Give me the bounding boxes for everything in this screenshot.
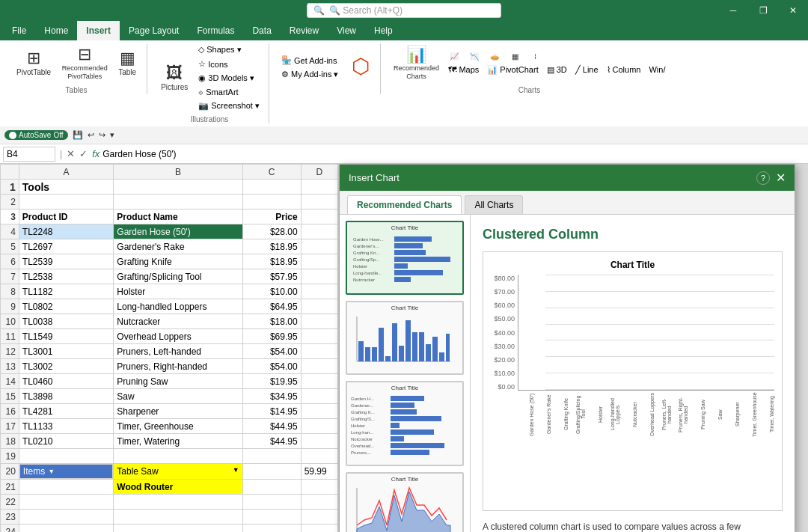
- icons-button[interactable]: ☆ Icons: [195, 58, 263, 70]
- search-bar[interactable]: 🔍 🔍 Search (Alt+Q): [307, 3, 501, 18]
- cell-a12[interactable]: TL3001: [19, 344, 113, 359]
- confirm-formula-icon[interactable]: ✓: [79, 148, 88, 159]
- pivot-table-button[interactable]: ⊞ PivotTable: [12, 49, 55, 78]
- minimize-button[interactable]: ─: [718, 0, 748, 21]
- cell-a7[interactable]: TL2538: [19, 269, 113, 284]
- cell-c10[interactable]: $18.00: [242, 314, 301, 329]
- cell-c15[interactable]: $34.95: [242, 389, 301, 404]
- cell-d5[interactable]: [301, 239, 337, 254]
- cell-c14[interactable]: $19.95: [242, 374, 301, 389]
- screenshot-button[interactable]: 📷 Screenshot ▾: [195, 100, 263, 112]
- cell-a17[interactable]: TL1133: [19, 419, 113, 434]
- chart-thumb-clustered-column[interactable]: Chart Title: [346, 221, 464, 295]
- cell-d6[interactable]: [301, 254, 337, 269]
- cell-d10[interactable]: [301, 314, 337, 329]
- pie-chart-button[interactable]: 🥧: [486, 51, 504, 62]
- cell-c6[interactable]: $18.95: [242, 254, 301, 269]
- cell-d4[interactable]: [301, 224, 337, 239]
- cell-b3[interactable]: Product Name: [114, 210, 242, 224]
- col-header-d[interactable]: D: [301, 165, 337, 180]
- redo-icon[interactable]: ↪: [99, 130, 105, 140]
- cell-c9[interactable]: $64.95: [242, 299, 301, 314]
- tab-recommended-charts[interactable]: Recommended Charts: [347, 195, 462, 214]
- cell-d9[interactable]: [301, 299, 337, 314]
- cell-a3[interactable]: Product ID: [19, 210, 113, 224]
- cell-c8[interactable]: $10.00: [242, 284, 301, 299]
- auto-save-toggle[interactable]: AutoSave Off: [4, 130, 68, 140]
- chart-thumb-column[interactable]: Chart Title: [346, 301, 464, 375]
- undo-icon[interactable]: ↩: [88, 130, 94, 140]
- cell-b12[interactable]: Pruners, Left-handed: [114, 344, 242, 359]
- cell-d3[interactable]: [301, 210, 337, 224]
- cell-a10[interactable]: TL0038: [19, 314, 113, 329]
- cell-a19[interactable]: [19, 449, 113, 464]
- function-icon[interactable]: fx: [92, 148, 100, 159]
- bar-chart-button[interactable]: 📈: [445, 51, 463, 62]
- chart-thumb-bar[interactable]: Chart Title: [346, 381, 464, 466]
- cell-b16[interactable]: Sharpener: [114, 404, 242, 419]
- cell-c11[interactable]: $69.95: [242, 329, 301, 344]
- cell-d2[interactable]: [301, 195, 337, 210]
- cell-d19[interactable]: [301, 449, 337, 464]
- cell-d16[interactable]: [301, 404, 337, 419]
- pictures-button[interactable]: 🖼 Pictures: [156, 64, 192, 93]
- recommended-charts-button[interactable]: 📊 Recommended Charts: [390, 45, 442, 82]
- cell-c3[interactable]: Price: [242, 210, 301, 224]
- cell-d20[interactable]: 59.99: [301, 464, 337, 480]
- cell-a1[interactable]: Tools: [19, 180, 113, 195]
- cell-d12[interactable]: [301, 344, 337, 359]
- cell-b1[interactable]: [114, 180, 242, 195]
- cell-c1[interactable]: [242, 180, 301, 195]
- 3d-chart-button[interactable]: ▤ 3D: [544, 64, 570, 76]
- cell-b19[interactable]: [114, 449, 242, 464]
- recommended-pivot-button[interactable]: ⊟ Recommended PivotTables: [58, 45, 111, 82]
- cell-b14[interactable]: Pruning Saw: [114, 374, 242, 389]
- cell-b13[interactable]: Pruners, Right-handed: [114, 359, 242, 374]
- maps-button[interactable]: 🗺 Maps: [445, 64, 482, 76]
- close-button[interactable]: ✕: [778, 0, 808, 21]
- cell-b8[interactable]: Holster: [114, 284, 242, 299]
- cell-b20[interactable]: Table Saw ▼: [114, 464, 242, 480]
- cell-a21[interactable]: [19, 480, 113, 495]
- cell-d1[interactable]: [301, 180, 337, 195]
- cell-b18[interactable]: Timer, Watering: [114, 434, 242, 449]
- cell-c12[interactable]: $54.00: [242, 344, 301, 359]
- col-header-a[interactable]: A: [19, 165, 113, 180]
- tab-page-layout[interactable]: Page Layout: [120, 21, 188, 40]
- cell-a4[interactable]: TL2248: [19, 224, 113, 239]
- tab-formulas[interactable]: Formulas: [188, 21, 243, 40]
- cell-b5[interactable]: Gardener's Rake: [114, 239, 242, 254]
- cell-c16[interactable]: $14.95: [242, 404, 301, 419]
- cell-b9[interactable]: Long-handled Loppers: [114, 299, 242, 314]
- tab-review[interactable]: Review: [281, 21, 328, 40]
- cell-a5[interactable]: TL2697: [19, 239, 113, 254]
- filter-icon[interactable]: ▼: [48, 468, 55, 475]
- win-btn[interactable]: Win/: [646, 64, 668, 76]
- formula-input[interactable]: [102, 149, 805, 159]
- cell-c20[interactable]: [242, 464, 301, 480]
- cell-c4[interactable]: $28.00: [242, 224, 301, 239]
- area-chart-button[interactable]: ▦: [506, 51, 524, 62]
- dialog-help-button[interactable]: ?: [756, 171, 770, 185]
- cell-c19[interactable]: [242, 449, 301, 464]
- cell-a2[interactable]: [19, 195, 113, 210]
- get-addins-button[interactable]: 🏪 Get Add-ins: [278, 54, 341, 67]
- line-chart-button[interactable]: 📉: [465, 51, 483, 62]
- column-btn[interactable]: ⌇ Column: [604, 64, 644, 76]
- cell-a16[interactable]: TL4281: [19, 404, 113, 419]
- cell-d15[interactable]: [301, 389, 337, 404]
- cell-c17[interactable]: $44.95: [242, 419, 301, 434]
- cell-b11[interactable]: Overhead Loppers: [114, 329, 242, 344]
- cell-c7[interactable]: $57.95: [242, 269, 301, 284]
- cell-a20[interactable]: Items ▼: [19, 464, 113, 479]
- 3d-models-button[interactable]: ◉ 3D Models ▾: [195, 72, 263, 85]
- table-button[interactable]: ▦ Table: [114, 49, 141, 78]
- cell-c18[interactable]: $44.95: [242, 434, 301, 449]
- line-btn[interactable]: ╱ Line: [572, 64, 602, 76]
- my-addins-button[interactable]: ⚙ My Add-ins ▾: [278, 68, 341, 81]
- cell-d13[interactable]: [301, 359, 337, 374]
- cell-d8[interactable]: [301, 284, 337, 299]
- cell-a13[interactable]: TL3002: [19, 359, 113, 374]
- office-icon-button[interactable]: ⬡: [347, 55, 374, 80]
- col-header-b[interactable]: B: [114, 165, 242, 180]
